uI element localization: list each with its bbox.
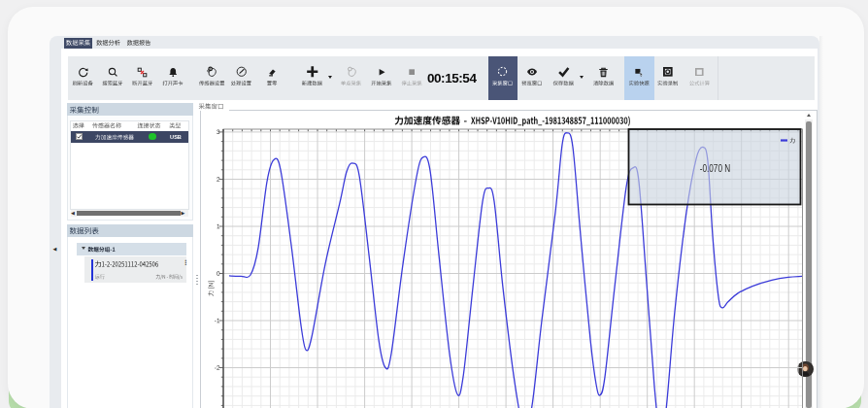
svg-text:2: 2 (217, 176, 220, 183)
svg-text:-0.070 N: -0.070 N (700, 161, 731, 173)
svg-text:-1: -1 (215, 317, 220, 323)
svg-text:-2: -2 (215, 364, 220, 371)
svg-text:0: 0 (217, 270, 220, 277)
svg-text:3: 3 (217, 128, 220, 135)
svg-text:1: 1 (217, 222, 220, 229)
